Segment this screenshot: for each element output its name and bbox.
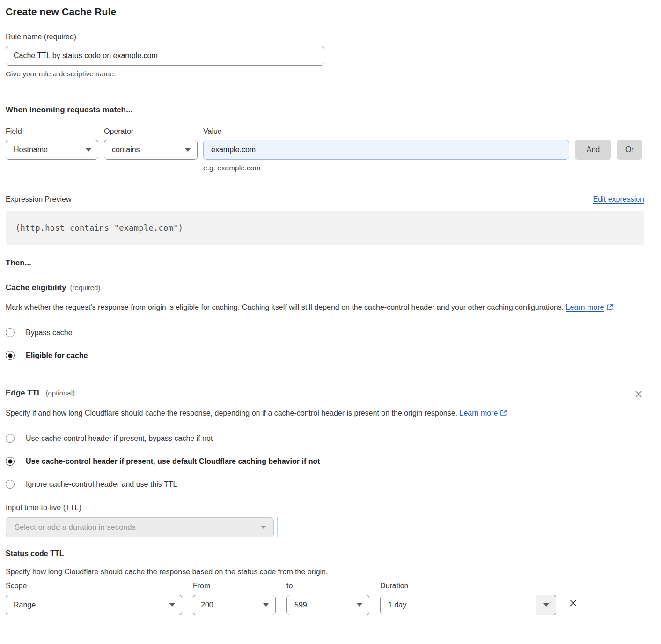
- radio-button-unselected[interactable]: [6, 328, 15, 337]
- ttl-select-placeholder: Select or add a duration in seconds: [6, 523, 253, 532]
- status-code-ttl-heading: Status code TTL: [6, 549, 644, 558]
- radio-label: Ignore cache-control header and use this…: [26, 480, 177, 489]
- value-label: Value: [203, 127, 569, 136]
- radio-button-selected[interactable]: [6, 457, 15, 466]
- rule-name-label: Rule name (required): [6, 33, 644, 41]
- cache-eligibility-learn-more-link[interactable]: Learn more: [566, 303, 604, 311]
- operator-select-value: contains: [112, 146, 185, 154]
- cache-eligibility-description: Mark whether the request's response from…: [6, 303, 564, 311]
- duration-combobox[interactable]: 1 day: [380, 595, 556, 615]
- chevron-down-icon: [185, 148, 191, 152]
- field-select[interactable]: Hostname: [6, 140, 98, 160]
- from-select-value: 200: [201, 601, 263, 609]
- expression-preview-label: Expression Preview: [6, 195, 72, 204]
- scope-select[interactable]: Range: [6, 595, 182, 615]
- create-cache-rule-form: Create new Cache Rule Rule name (require…: [6, 6, 644, 615]
- from-select[interactable]: 200: [193, 595, 276, 615]
- to-select[interactable]: 599: [286, 595, 369, 615]
- status-code-ttl-description: Specify how long Cloudflare should cache…: [6, 568, 644, 576]
- duration-value: 1 day: [381, 595, 536, 615]
- operator-label: Operator: [104, 127, 198, 136]
- radio-label: Use cache-control header if present, byp…: [26, 434, 213, 443]
- or-button[interactable]: Or: [617, 140, 642, 160]
- expression-preview-box: (http.host contains "example.com"): [6, 211, 644, 245]
- value-hint: e.g. example.com: [203, 164, 569, 172]
- external-link-icon: [606, 303, 614, 311]
- scope-label: Scope: [6, 582, 182, 590]
- operator-select[interactable]: contains: [104, 140, 198, 160]
- to-label: to: [286, 582, 369, 590]
- edit-expression-link[interactable]: Edit expression: [593, 195, 644, 204]
- to-select-value: 599: [294, 601, 357, 609]
- chevron-down-icon: [357, 603, 362, 607]
- chevron-down-icon: [86, 148, 91, 152]
- duration-label: Duration: [380, 582, 556, 590]
- close-icon: [568, 598, 579, 608]
- match-section-heading: When incoming requests match...: [6, 105, 644, 115]
- edge-ttl-description: Specify if and how long Cloudflare shoul…: [6, 409, 457, 417]
- radio-option-use-header-default[interactable]: Use cache-control header if present, use…: [6, 457, 644, 466]
- radio-option-use-header-bypass[interactable]: Use cache-control header if present, byp…: [6, 434, 644, 443]
- cache-eligibility-heading: Cache eligibility: [6, 283, 66, 292]
- radio-option-eligible-for-cache[interactable]: Eligible for cache: [6, 351, 644, 360]
- close-icon: [634, 389, 643, 399]
- field-select-value: Hostname: [14, 146, 86, 154]
- rule-name-help: Give your rule a descriptive name.: [6, 70, 644, 78]
- and-button[interactable]: And: [575, 140, 611, 160]
- then-heading: Then...: [6, 258, 644, 268]
- radio-button-unselected[interactable]: [6, 434, 15, 443]
- edge-ttl-learn-more-link[interactable]: Learn more: [460, 409, 498, 417]
- rule-name-input[interactable]: [6, 46, 324, 66]
- divider: [6, 93, 644, 93]
- remove-status-code-row-button[interactable]: [567, 597, 580, 609]
- expression-code: (http.host contains "example.com"): [15, 223, 183, 233]
- edge-ttl-optional-tag: (optional): [45, 389, 75, 397]
- divider: [6, 373, 644, 373]
- page-title: Create new Cache Rule: [6, 6, 644, 17]
- duration-arrow-segment[interactable]: [536, 595, 556, 615]
- chevron-down-icon: [543, 603, 549, 607]
- radio-label: Eligible for cache: [26, 351, 88, 360]
- radio-button-selected[interactable]: [6, 351, 15, 360]
- chevron-down-icon: [169, 603, 175, 607]
- radio-label: Use cache-control header if present, use…: [26, 457, 320, 466]
- ttl-select-arrow-segment[interactable]: [253, 518, 273, 537]
- ttl-duration-select-disabled[interactable]: Select or add a duration in seconds: [6, 517, 274, 537]
- edge-ttl-heading: Edge TTL: [6, 388, 42, 397]
- divider: [277, 517, 278, 537]
- edge-ttl-close-button[interactable]: [633, 388, 644, 400]
- radio-option-ignore-header[interactable]: Ignore cache-control header and use this…: [6, 480, 644, 489]
- radio-option-bypass-cache[interactable]: Bypass cache: [6, 328, 644, 337]
- from-label: From: [193, 582, 276, 590]
- scope-select-value: Range: [14, 601, 169, 609]
- external-link-icon: [500, 409, 507, 417]
- radio-label: Bypass cache: [26, 329, 73, 337]
- cache-eligibility-required-tag: (required): [70, 284, 100, 292]
- ttl-input-label: Input time-to-live (TTL): [6, 504, 644, 512]
- chevron-down-icon: [263, 603, 269, 607]
- radio-button-unselected[interactable]: [6, 480, 15, 489]
- value-input[interactable]: [203, 140, 569, 160]
- field-label: Field: [6, 127, 98, 136]
- chevron-down-icon: [261, 526, 266, 529]
